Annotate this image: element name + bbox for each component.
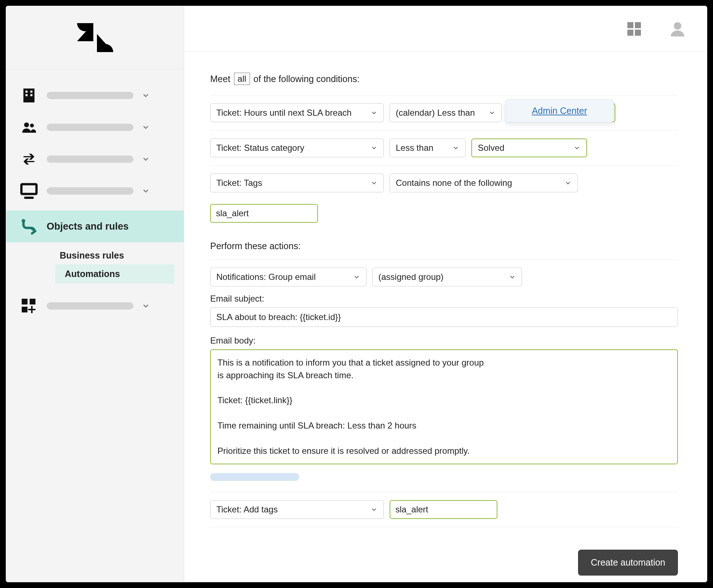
select-value: (assigned group) <box>378 272 443 282</box>
condition-tag-input[interactable]: sla_alert <box>210 204 318 223</box>
input-value: SLA about to breach: {{ticket.id}} <box>216 312 341 322</box>
create-automation-button[interactable]: Create automation <box>578 550 678 575</box>
sidebar-item-label: Objects and rules <box>47 221 129 232</box>
svg-point-5 <box>27 197 31 199</box>
conditions-heading-pre: Meet <box>210 74 230 84</box>
sidebar-item-apps[interactable] <box>6 290 184 322</box>
topbar <box>184 6 707 52</box>
main: Admin Center Meet all of the following c… <box>184 6 707 582</box>
condition-row: Ticket: Tags Contains none of the follow… <box>210 174 678 223</box>
svg-rect-9 <box>22 307 27 312</box>
condition-value-select[interactable]: Solved <box>471 139 587 157</box>
sidebar-item-people[interactable] <box>6 111 184 143</box>
svg-rect-8 <box>30 299 35 304</box>
sidebar-sub-item-automations[interactable]: Automations <box>55 264 174 284</box>
content: Admin Center Meet all of the following c… <box>184 52 707 582</box>
conditions-mode[interactable]: all <box>234 73 250 85</box>
condition-operator-select[interactable]: (calendar) Less than <box>390 103 502 122</box>
chevron-down-icon <box>141 91 150 100</box>
sidebar-item-label-placeholder <box>47 155 133 163</box>
svg-rect-11 <box>635 22 641 28</box>
footer: Create automation <box>210 535 678 575</box>
route-icon <box>19 217 39 236</box>
actions-heading: Perform these actions: <box>210 241 678 251</box>
chevron-down-icon <box>370 144 378 152</box>
action-type-select[interactable]: Notifications: Group email <box>210 268 366 286</box>
sidebar-item-channels[interactable] <box>6 175 184 207</box>
email-body-label: Email body: <box>210 336 678 346</box>
sidebar-item-label-placeholder <box>47 187 133 195</box>
chevron-down-icon <box>141 187 150 195</box>
apps-grid-icon[interactable] <box>625 20 643 38</box>
svg-rect-12 <box>627 30 633 36</box>
select-value: Contains none of the following <box>396 178 512 188</box>
action-tag-input[interactable]: sla_alert <box>390 500 497 519</box>
svg-rect-10 <box>627 22 633 28</box>
sidebar-item-label-placeholder <box>47 124 133 131</box>
select-value: Ticket: Status category <box>216 143 304 153</box>
placeholder-chip[interactable] <box>210 473 299 481</box>
divider <box>210 259 678 260</box>
sidebar-subnav: Business rules Automations <box>6 242 184 286</box>
sidebar-item-transfers[interactable] <box>6 143 184 175</box>
sidebar-item-objects-and-rules[interactable]: Objects and rules <box>6 210 184 242</box>
chevron-down-icon <box>509 273 516 281</box>
chevron-down-icon <box>141 155 150 163</box>
chevron-down-icon <box>488 109 496 116</box>
divider <box>210 492 678 492</box>
action-target-select[interactable]: (assigned group) <box>372 268 522 286</box>
input-value: sla_alert <box>395 504 428 515</box>
chevron-down-icon <box>370 506 378 513</box>
action-row-tags: Ticket: Add tags sla_alert <box>210 500 678 519</box>
chevron-down-icon <box>141 302 150 310</box>
select-value: Less than <box>396 143 433 153</box>
select-value: Solved <box>478 143 504 153</box>
select-value: (calendar) Less than <box>396 108 475 118</box>
sidebar-sub-heading[interactable]: Business rules <box>17 247 184 264</box>
admin-center-popover: Admin Center <box>505 99 614 122</box>
chevron-down-icon <box>564 179 572 187</box>
chevron-down-icon <box>370 109 378 116</box>
email-subject-input[interactable]: SLA about to breach: {{ticket.id}} <box>210 307 678 327</box>
svg-rect-4 <box>21 184 37 194</box>
sidebar-item-label-placeholder <box>47 302 133 310</box>
monitor-icon <box>19 182 39 200</box>
email-body-textarea[interactable]: This is a notification to inform you tha… <box>210 349 678 464</box>
divider <box>210 527 678 527</box>
chevron-down-icon <box>353 273 360 281</box>
email-subject-label: Email subject: <box>210 294 678 304</box>
select-value: Ticket: Hours until next SLA breach <box>216 108 352 118</box>
select-value: Ticket: Tags <box>216 178 262 188</box>
condition-field-select[interactable]: Ticket: Tags <box>210 174 384 192</box>
chevron-down-icon <box>370 179 378 187</box>
condition-operator-select[interactable]: Contains none of the following <box>390 174 578 192</box>
divider <box>210 95 678 95</box>
admin-center-link[interactable]: Admin Center <box>532 106 587 116</box>
svg-rect-13 <box>635 30 641 36</box>
sidebar-nav: Objects and rules Business rules Automat… <box>6 69 184 322</box>
divider <box>210 165 678 166</box>
user-avatar-icon[interactable] <box>669 20 687 38</box>
condition-field-select[interactable]: Ticket: Status category <box>210 139 384 157</box>
chevron-down-icon <box>452 144 459 152</box>
svg-point-3 <box>30 124 34 128</box>
select-value: Ticket: Add tags <box>216 504 278 515</box>
select-value: Notifications: Group email <box>216 272 316 282</box>
chevron-down-icon <box>141 123 150 132</box>
action-field-select[interactable]: Ticket: Add tags <box>210 500 384 519</box>
sidebar-item-company[interactable] <box>6 80 184 111</box>
people-icon <box>19 118 39 137</box>
condition-operator-select[interactable]: Less than <box>390 139 466 157</box>
svg-point-2 <box>24 123 29 127</box>
svg-rect-7 <box>22 299 27 304</box>
sidebar-item-label-placeholder <box>47 92 133 99</box>
svg-point-14 <box>674 22 682 30</box>
action-row-notify: Notifications: Group email (assigned gro… <box>210 268 678 286</box>
input-value: sla_alert <box>216 208 249 218</box>
sidebar: Objects and rules Business rules Automat… <box>6 6 184 582</box>
zendesk-logo-icon <box>77 23 113 52</box>
conditions-heading: Meet all of the following conditions: <box>210 73 678 85</box>
conditions-heading-post: of the following conditions: <box>254 74 360 84</box>
condition-field-select[interactable]: Ticket: Hours until next SLA breach <box>210 103 384 122</box>
divider <box>210 130 678 131</box>
